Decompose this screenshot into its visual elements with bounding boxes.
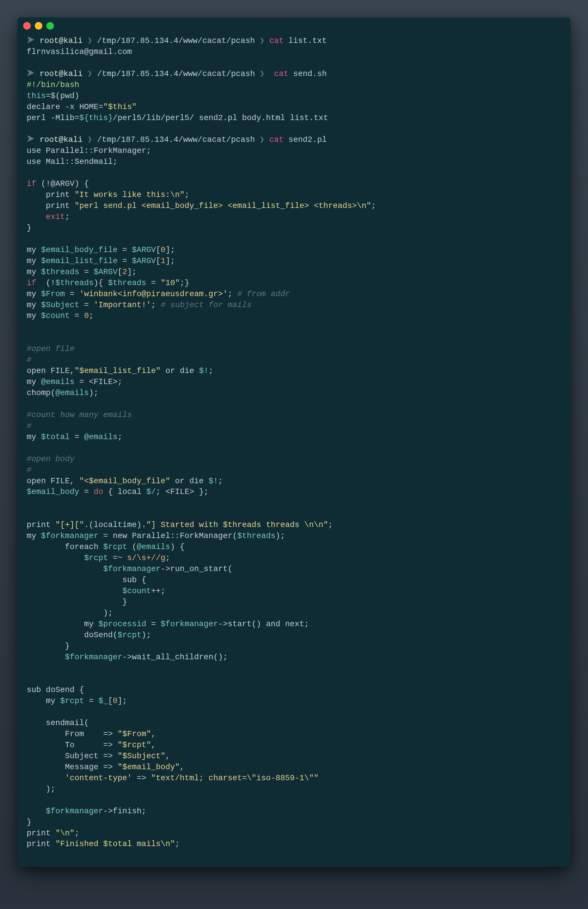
code-token: "<$email_body_file" <box>79 477 171 485</box>
code-token: $email_body <box>27 487 79 496</box>
code-token: "perl send.pl <email_body_file> <email_l… <box>74 201 371 210</box>
code-token: $rcpt <box>60 696 84 705</box>
code-token: print <box>27 839 55 848</box>
command: cat <box>269 36 284 45</box>
code-token: "] Started with $threads threads \n\n" <box>146 520 328 529</box>
code-token: ++; <box>151 587 166 595</box>
code-token: ; <box>118 432 123 442</box>
code-token: #open file <box>27 344 74 353</box>
code-token: = <box>65 290 79 298</box>
code-token: [ <box>156 245 161 254</box>
code-token: ){ <box>94 278 108 288</box>
code-token: } <box>27 642 70 650</box>
code-token: ; <box>74 829 79 838</box>
code-token: "\n" <box>55 829 74 838</box>
code-token: @emails <box>84 432 118 442</box>
code-token: ->wait_all_children(); <box>122 653 228 662</box>
code-token: => <box>132 773 151 783</box>
code-token <box>27 553 84 563</box>
code-token: 'content-type' <box>65 773 132 783</box>
code-token: my <box>27 432 41 442</box>
code-token: = <box>79 267 94 277</box>
close-icon[interactable] <box>23 22 31 29</box>
code-token: open FILE, <box>27 477 79 485</box>
code-token: # <box>27 421 32 430</box>
code-token: $rcpt <box>118 631 142 640</box>
code-token: 1 <box>161 256 166 265</box>
code-token: ; <box>228 290 237 298</box>
code-token: , <box>151 729 156 738</box>
code-token: $total <box>41 432 70 442</box>
code-token: ); <box>27 784 55 794</box>
code-token: = <box>146 619 161 629</box>
code-token: = <box>118 256 132 265</box>
code-token: = <box>79 301 94 309</box>
code-token: = <box>46 91 51 100</box>
code-token: "[+][" <box>55 520 84 529</box>
code-token: Message => <box>27 762 118 772</box>
code-token: ); <box>142 631 151 640</box>
code-token: , <box>180 762 185 772</box>
code-token: ; <box>65 212 70 221</box>
code-token: $rcpt <box>84 553 108 563</box>
code-token: $threads <box>41 267 79 277</box>
prompt-user: root@kali <box>40 36 83 45</box>
code-token: $rcpt <box>103 542 127 552</box>
code-token: my <box>27 267 41 277</box>
code-token: # <box>27 466 32 474</box>
output-line: flrnvasilica@gmail.com <box>27 47 132 56</box>
code-token: 'winbank<info@piraeusdream.gr>' <box>79 290 228 298</box>
code-token: ->finish; <box>103 807 146 815</box>
code-token: ]; <box>127 267 137 277</box>
code-token: ]; <box>166 256 175 265</box>
code-token: my <box>27 311 41 320</box>
code-token: $forkmanager <box>103 564 161 573</box>
code-token: $ARGV <box>94 267 118 277</box>
code-token: } <box>27 818 32 827</box>
code-token: if <box>27 179 36 188</box>
code-token: $! <box>208 477 218 485</box>
code-token: 0 <box>84 311 89 320</box>
code-token <box>27 773 65 783</box>
minimize-icon[interactable] <box>35 22 42 29</box>
code-token: (! <box>36 278 55 288</box>
code-token: $processid <box>99 619 146 629</box>
code-token: ; <FILE> }; <box>156 487 209 496</box>
code-token: ; <box>185 190 190 199</box>
code-token: $ARGV <box>132 256 156 265</box>
code-token: $forkmanager <box>41 531 99 540</box>
command: cat <box>269 135 284 144</box>
code-token: open FILE, <box>27 366 74 375</box>
code-token: my <box>27 696 60 705</box>
code-token: To => <box>27 741 118 749</box>
code-line: #!/bin/bash <box>27 80 79 89</box>
code-token: =~ <box>108 553 127 563</box>
code-token: exit <box>46 212 65 221</box>
code-token: $_ <box>99 696 108 705</box>
prompt-path: /tmp/187.85.134.4/www/cacat/pcash <box>97 36 255 45</box>
code-token: $forkmanager <box>65 653 122 662</box>
command-arg: send2.pl <box>289 135 327 144</box>
code-token: ; <box>371 201 376 210</box>
maximize-icon[interactable] <box>46 22 54 29</box>
terminal-output[interactable]: ⮞ root@kali ❯ /tmp/187.85.134.4/www/caca… <box>18 32 570 867</box>
code-token: Parallel::ForkManager; <box>41 146 151 155</box>
code-token: my <box>27 377 41 387</box>
code-token: sub doSend { <box>27 685 84 694</box>
code-token <box>27 653 65 662</box>
code-token: ; <box>175 839 180 848</box>
code-token: , <box>151 741 156 749</box>
code-token: = <box>70 432 84 442</box>
code-token: ; <box>151 301 161 309</box>
code-token: my <box>27 256 41 265</box>
code-token: "Finished $total mails\n" <box>55 839 175 848</box>
code-token: $( <box>51 91 60 100</box>
code-token: $threads <box>108 278 146 288</box>
code-token: ; <box>218 477 223 485</box>
code-token: = <box>84 696 99 705</box>
prompt-path: /tmp/187.85.134.4/www/cacat/pcash <box>97 69 255 78</box>
code-token: use <box>27 157 41 166</box>
prompt-symbol: ⮞ <box>27 36 35 45</box>
code-token: $count <box>122 587 151 595</box>
code-token: $email_list_file <box>41 256 118 265</box>
